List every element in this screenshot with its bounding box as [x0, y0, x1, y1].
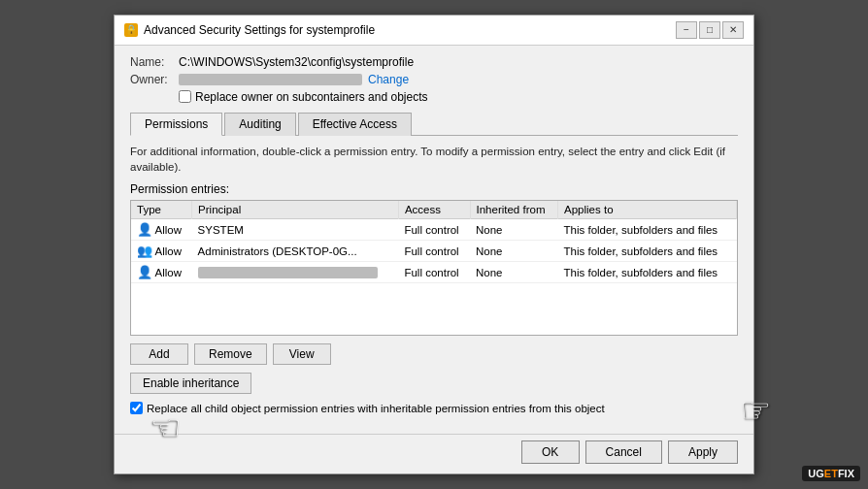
owner-row: Owner: ██████ (DESKTOP-0GQ6CEG\██) Chang… — [130, 73, 738, 86]
row3-inherited: None — [470, 262, 558, 283]
replace-owner-checkbox[interactable] — [179, 90, 191, 103]
row2-principal: Administrators (DESKTOP-0G... — [192, 241, 399, 262]
dialog-icon: 🔒 — [124, 23, 138, 37]
bottom-buttons: OK Cancel Apply — [115, 434, 753, 473]
close-button[interactable]: ✕ — [722, 21, 744, 39]
table-header-row: Type Principal Access Inherited from App… — [131, 201, 737, 219]
view-button[interactable]: View — [273, 343, 331, 365]
row3-applies-to: This folder, subfolders and files — [558, 262, 737, 283]
replace-owner-row: Replace owner on subcontainers and objec… — [179, 90, 738, 104]
row1-principal: SYSTEM — [192, 219, 399, 241]
name-value: C:\WINDOWS\System32\config\systemprofile — [179, 55, 414, 69]
owner-name-blurred: ██████ (DESKTOP-0GQ6CEG\██) — [179, 74, 362, 85]
row2-applies-to: This folder, subfolders and files — [558, 241, 737, 262]
replace-permissions-checkbox[interactable] — [130, 402, 143, 414]
title-buttons: − □ ✕ — [676, 21, 744, 39]
minimize-button[interactable]: − — [676, 21, 697, 39]
table-row[interactable]: 👤 Allow ██████ (DESKTOP-0GQ6CEG\██ Full … — [131, 262, 737, 283]
permission-table: Type Principal Access Inherited from App… — [131, 201, 737, 283]
dialog-content: Name: C:\WINDOWS\System32\config\systemp… — [115, 46, 753, 434]
name-row: Name: C:\WINDOWS\System32\config\systemp… — [130, 55, 738, 69]
table-row[interactable]: 👤 Allow SYSTEM Full control None This fo… — [131, 219, 737, 241]
enable-inheritance-button[interactable]: Enable inheritance — [130, 373, 251, 394]
name-label: Name: — [130, 55, 179, 69]
col-type: Type — [131, 201, 192, 219]
ugetfix-badge: UGETFIX — [802, 466, 860, 481]
user-icon: 👤 — [137, 222, 152, 237]
col-access: Access — [398, 201, 470, 219]
dialog-title: Advanced Security Settings for systempro… — [144, 23, 375, 37]
add-button[interactable]: Add — [130, 343, 188, 365]
replace-permissions-label: Replace all child object permission entr… — [147, 403, 605, 414]
tab-permissions[interactable]: Permissions — [130, 113, 222, 136]
col-applies-to: Applies to — [558, 201, 737, 219]
table-action-buttons: Add Remove View — [130, 343, 738, 365]
row1-inherited: None — [470, 219, 558, 241]
row3-type: 👤 Allow — [131, 262, 192, 283]
cancel-button[interactable]: Cancel — [585, 440, 662, 464]
permission-entries-label: Permission entries: — [130, 182, 738, 196]
row3-principal: ██████ (DESKTOP-0GQ6CEG\██ — [192, 262, 399, 283]
ugetfix-text: UGETFIX — [808, 468, 854, 479]
remove-button[interactable]: Remove — [194, 343, 267, 365]
title-bar-left: 🔒 Advanced Security Settings for systemp… — [124, 23, 375, 37]
col-principal: Principal — [192, 201, 399, 219]
row2-access: Full control — [398, 241, 470, 262]
row1-type: 👤 Allow — [131, 219, 192, 241]
row2-type: 👥 Allow — [131, 241, 192, 262]
owner-label: Owner: — [130, 73, 179, 86]
row2-inherited: None — [470, 241, 558, 262]
replace-owner-label: Replace owner on subcontainers and objec… — [195, 90, 427, 104]
change-link[interactable]: Change — [368, 73, 409, 86]
ok-button[interactable]: OK — [521, 440, 580, 464]
replace-permissions-row: Replace all child object permission entr… — [130, 402, 738, 414]
admin-icon: 👥 — [137, 244, 152, 258]
title-bar: 🔒 Advanced Security Settings for systemp… — [115, 16, 753, 46]
permission-table-container: Type Principal Access Inherited from App… — [130, 200, 738, 336]
row1-applies-to: This folder, subfolders and files — [558, 219, 737, 241]
table-row[interactable]: 👥 Allow Administrators (DESKTOP-0G... Fu… — [131, 241, 737, 262]
tab-bar: Permissions Auditing Effective Access — [130, 112, 738, 136]
advanced-security-dialog: 🔒 Advanced Security Settings for systemp… — [114, 15, 754, 474]
user-icon: 👤 — [137, 265, 152, 279]
col-inherited-from: Inherited from — [470, 201, 558, 219]
description-text: For additional information, double-click… — [130, 144, 738, 175]
row3-access: Full control — [398, 262, 470, 283]
tab-auditing[interactable]: Auditing — [224, 113, 295, 136]
tab-effective-access[interactable]: Effective Access — [298, 113, 412, 136]
owner-value: ██████ (DESKTOP-0GQ6CEG\██) Change — [179, 73, 409, 86]
maximize-button[interactable]: □ — [699, 21, 720, 39]
apply-button[interactable]: Apply — [668, 440, 738, 464]
row1-access: Full control — [398, 219, 470, 241]
